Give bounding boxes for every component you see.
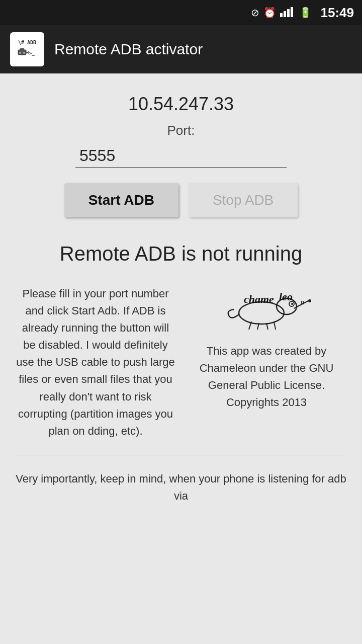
svg-point-6	[19, 52, 21, 54]
signal-icon	[280, 6, 295, 20]
app-icon: \# ADB >_	[10, 32, 44, 66]
status-bar: ⊘ ⏰ 🔋 15:49	[0, 0, 362, 25]
svg-rect-2	[287, 9, 290, 17]
sim-icon: ⊘	[251, 7, 259, 19]
info-left-text: Please fill in your port number and clic…	[15, 285, 176, 440]
svg-rect-3	[291, 7, 293, 17]
svg-point-14	[291, 303, 293, 305]
svg-text:>_: >_	[29, 51, 35, 56]
info-right: chame leo n This app was created by Cham…	[186, 285, 347, 411]
status-time: 15:49	[321, 5, 354, 21]
svg-rect-0	[280, 13, 283, 17]
info-section: Please fill in your port number and clic…	[15, 285, 347, 440]
svg-point-7	[23, 52, 25, 54]
stop-adb-button[interactable]: Stop ADB	[189, 183, 298, 217]
svg-text:leo: leo	[279, 290, 293, 303]
ip-address-display: 10.54.247.33	[128, 94, 234, 115]
svg-rect-5	[20, 48, 24, 50]
info-credit-text: This app was created by Chameleon under …	[186, 343, 347, 411]
port-input[interactable]	[75, 144, 287, 168]
battery-icon: 🔋	[299, 7, 312, 19]
main-content: 10.54.247.33 Port: Start ADB Stop ADB Re…	[0, 73, 362, 520]
svg-text:n: n	[301, 298, 304, 306]
button-row: Start ADB Stop ADB	[64, 183, 298, 217]
svg-rect-1	[284, 11, 286, 17]
adb-status-heading: Remote ADB is not running	[60, 243, 302, 265]
chameleon-logo: chame leo n	[216, 285, 317, 331]
info-bottom-text: Very importantly, keep in mind, when you…	[15, 470, 347, 505]
svg-point-19	[308, 299, 311, 302]
svg-line-18	[274, 321, 276, 330]
app-bar: \# ADB >_ Remote ADB activator	[0, 25, 362, 73]
port-label: Port:	[167, 123, 195, 138]
start-adb-button[interactable]: Start ADB	[64, 183, 178, 217]
section-divider	[15, 455, 347, 455]
status-icons: ⊘ ⏰ 🔋	[251, 6, 312, 20]
svg-text:chame: chame	[244, 293, 274, 305]
alarm-icon: ⏰	[263, 7, 276, 19]
app-bar-title: Remote ADB activator	[54, 41, 203, 58]
